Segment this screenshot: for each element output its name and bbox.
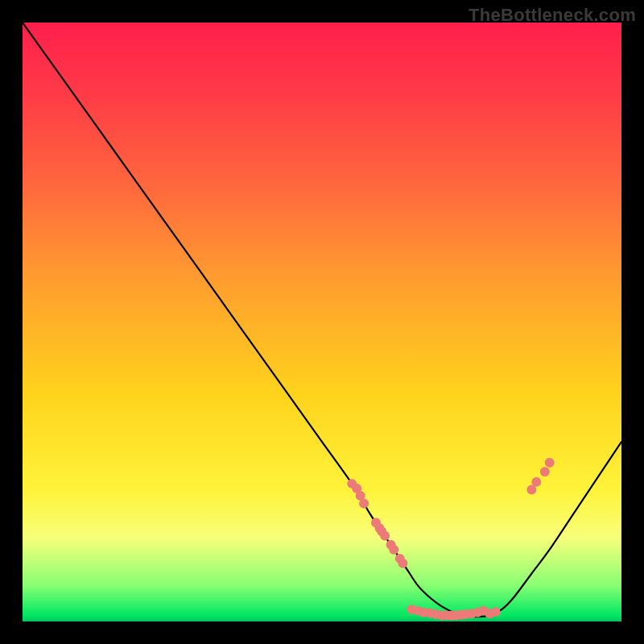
data-point: [456, 610, 466, 620]
data-point: [386, 540, 396, 550]
data-point: [395, 554, 405, 564]
data-point: [437, 611, 447, 621]
data-point: [419, 608, 429, 617]
data-point: [431, 609, 440, 619]
data-point: [485, 609, 494, 618]
data-point: [479, 606, 489, 616]
data-point: [398, 559, 407, 568]
data-point: [356, 491, 365, 501]
data-point: [545, 458, 555, 468]
data-point: [359, 498, 369, 508]
bottleneck-curve-layer: [23, 23, 621, 621]
data-point: [540, 467, 550, 477]
data-point: [442, 611, 452, 621]
watermark-text: TheBottleneck.com: [469, 5, 636, 26]
bottleneck-curve: [23, 23, 621, 617]
data-point: [377, 526, 386, 536]
data-points-group: [347, 458, 554, 621]
data-point: [413, 606, 423, 616]
data-point: [491, 607, 501, 617]
data-point: [425, 609, 435, 618]
data-point: [461, 609, 471, 619]
plot-area: [21, 21, 623, 623]
data-point: [371, 518, 381, 527]
data-point: [380, 531, 390, 541]
data-point: [447, 611, 456, 621]
data-point: [526, 485, 536, 494]
data-point: [467, 609, 477, 618]
data-point: [352, 484, 361, 493]
data-point: [389, 545, 398, 555]
data-point: [473, 608, 482, 617]
data-point: [407, 605, 417, 614]
chart-frame: TheBottleneck.com: [0, 0, 644, 644]
data-point: [374, 523, 384, 533]
data-point: [531, 477, 541, 487]
data-point: [452, 611, 461, 621]
data-point: [347, 479, 357, 489]
